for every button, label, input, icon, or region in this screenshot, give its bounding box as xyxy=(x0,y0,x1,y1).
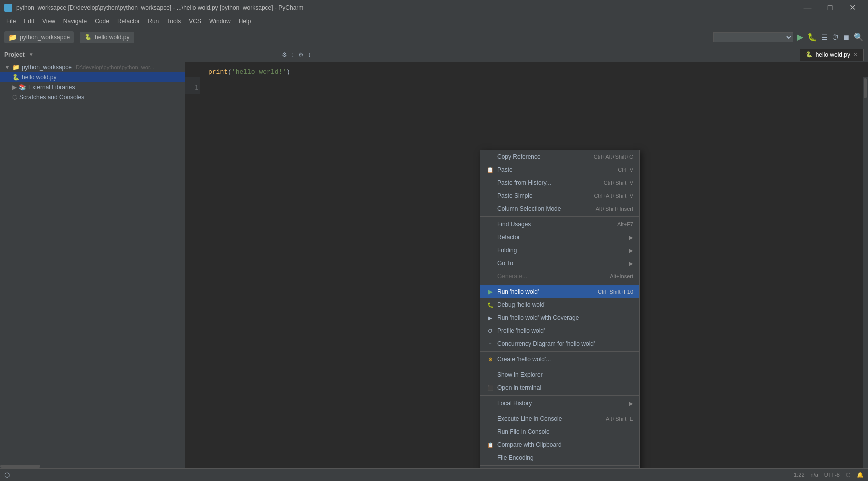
ctx-paste-simple-label: Paste Simple xyxy=(497,192,591,199)
status-icon-git[interactable]: ⬡ xyxy=(4,471,10,479)
editor-v-scrollbar[interactable] xyxy=(863,77,868,468)
debug-icon: 🐛 xyxy=(486,301,494,309)
tree-scratches[interactable]: ⬡ Scratches and Consoles xyxy=(0,92,185,102)
ctx-coverage-label: Run 'hello wold' with Coverage xyxy=(497,314,633,321)
ctx-execute-label: Execute Line in Console xyxy=(497,415,603,422)
close-button[interactable]: ✕ xyxy=(841,0,864,15)
editor-tab-active[interactable]: 🐍 hello wold.py ✕ xyxy=(800,49,864,61)
ctx-create-hello-wold[interactable]: ⚙ Create 'hello wold'... xyxy=(480,353,639,366)
maximize-button[interactable]: □ xyxy=(819,0,841,15)
coverage-button[interactable]: ☰ xyxy=(821,33,828,41)
ctx-debug-label: Debug 'hello wold' xyxy=(497,301,633,308)
ctx-paste-shortcut: Ctrl+V xyxy=(618,167,633,173)
ctx-go-to[interactable]: Go To ▶ xyxy=(480,257,639,270)
ctx-copy-reference[interactable]: Copy Reference Ctrl+Alt+Shift+C xyxy=(480,150,639,163)
ctx-folding[interactable]: Folding ▶ xyxy=(480,244,639,257)
menu-run[interactable]: Run xyxy=(144,17,163,26)
paste-simple-icon xyxy=(486,192,494,200)
ctx-debug-hello-wold[interactable]: 🐛 Debug 'hello wold' xyxy=(480,298,639,311)
window-title: python_worksapce [D:\develop\python\pyth… xyxy=(16,4,796,11)
expand-arrow-icon: ▶ xyxy=(12,84,17,91)
ctx-concurrency-label: Concurrency Diagram for 'hello wold' xyxy=(497,340,633,347)
library-icon: 📚 xyxy=(19,84,26,91)
settings-icon[interactable]: ⚙ xyxy=(282,51,287,58)
minimize-button[interactable]: — xyxy=(796,0,819,15)
ctx-concurrency-diagram[interactable]: ≡ Concurrency Diagram for 'hello wold' xyxy=(480,337,639,350)
active-tab-label: hello wold.py xyxy=(816,51,850,58)
file-name-label: hello wold.py xyxy=(22,74,56,81)
tab-close-icon[interactable]: ✕ xyxy=(853,52,857,57)
menu-help[interactable]: Help xyxy=(235,17,255,26)
ctx-show-in-explorer[interactable]: Show in Explorer xyxy=(480,368,639,381)
cursor-position[interactable]: 1:22 xyxy=(794,472,804,478)
gear2-icon[interactable]: ⚙ xyxy=(298,51,304,58)
project-icon: 📁 xyxy=(8,33,17,41)
profile-button[interactable]: ⏱ xyxy=(832,33,839,41)
ctx-paste[interactable]: 📋 Paste Ctrl+V xyxy=(480,163,639,176)
encoding-icon xyxy=(486,454,494,462)
stop-button[interactable]: ⏹ xyxy=(843,33,850,41)
ctx-profile[interactable]: ⏱ Profile 'hello wold' xyxy=(480,324,639,337)
refactor-icon xyxy=(486,233,494,241)
ctx-diagrams[interactable]: ⊞ Diagrams ▶ xyxy=(480,467,639,468)
search-button[interactable]: 🔍 xyxy=(854,32,864,42)
tree-root[interactable]: ▼ 📁 python_worksapce D:\develop\python\p… xyxy=(0,62,185,72)
debug-button[interactable]: 🐛 xyxy=(807,32,817,42)
ctx-sep-4 xyxy=(480,367,639,367)
tree-file-hello-wold[interactable]: 🐍 hello wold.py xyxy=(0,72,185,82)
ctx-run-coverage[interactable]: ▶ Run 'hello wold' with Coverage xyxy=(480,311,639,324)
ctx-find-usages[interactable]: Find Usages Alt+F7 xyxy=(480,218,639,231)
paste-history-icon xyxy=(486,179,494,187)
ctx-terminal-label: Open in terminal xyxy=(497,384,633,391)
project-path-label: D:\develop\python\python_wor... xyxy=(76,64,154,70)
ctx-show-explorer-label: Show in Explorer xyxy=(497,371,633,378)
dropdown-arrow-icon[interactable]: ▼ xyxy=(29,52,34,57)
create-icon: ⚙ xyxy=(486,355,494,363)
file-encoding[interactable]: UTF-8 xyxy=(824,472,840,478)
collapse-icon[interactable]: ↕ xyxy=(308,51,311,58)
menu-navigate[interactable]: Navigate xyxy=(59,17,91,26)
run-config-dropdown[interactable] xyxy=(713,32,793,42)
menu-vcs[interactable]: VCS xyxy=(185,17,205,26)
ctx-execute-line[interactable]: Execute Line in Console Alt+Shift+E xyxy=(480,412,639,425)
ctx-local-history[interactable]: Local History ▶ xyxy=(480,397,639,410)
ctx-open-terminal[interactable]: ⬛ Open in terminal xyxy=(480,381,639,394)
run-button[interactable]: ▶ xyxy=(797,32,803,42)
ctx-generate[interactable]: Generate... Alt+Insert xyxy=(480,270,639,283)
line-ending[interactable]: n/a xyxy=(811,472,818,478)
ctx-run-hello-wold[interactable]: ▶ Run 'hello wold' Ctrl+Shift+F10 xyxy=(480,285,639,298)
ctx-file-encoding[interactable]: File Encoding xyxy=(480,451,639,464)
menu-file[interactable]: File xyxy=(2,17,20,26)
expand-icon[interactable]: ↕ xyxy=(291,51,294,58)
menu-code[interactable]: Code xyxy=(91,17,113,26)
ctx-generate-shortcut: Alt+Insert xyxy=(610,273,633,279)
terminal-icon: ⬛ xyxy=(486,384,494,392)
ctx-compare-label: Compare with Clipboard xyxy=(497,441,633,448)
code-line-1: print('hello world!') xyxy=(208,67,860,78)
sidebar-h-scrollbar[interactable] xyxy=(0,464,185,468)
ctx-sep-5 xyxy=(480,395,639,396)
project-tab[interactable]: 📁 python_worksapce xyxy=(4,31,74,43)
menu-tools[interactable]: Tools xyxy=(163,17,185,26)
menu-view[interactable]: View xyxy=(38,17,59,26)
notifications-icon[interactable]: 🔔 xyxy=(857,472,864,478)
project-label: Project xyxy=(4,51,25,58)
indent-icon[interactable]: ⬡ xyxy=(846,472,851,478)
file-icon: 🐍 xyxy=(85,34,92,40)
ctx-paste-history[interactable]: Paste from History... Ctrl+Shift+V xyxy=(480,176,639,189)
ctx-refactor[interactable]: Refactor ▶ xyxy=(480,231,639,244)
file-tab[interactable]: 🐍 hello wold.py xyxy=(80,32,134,43)
tree-external-libraries[interactable]: ▶ 📚 External Libraries xyxy=(0,82,185,92)
menu-refactor[interactable]: Refactor xyxy=(113,17,144,26)
ctx-run-file-console[interactable]: Run File in Console xyxy=(480,425,639,438)
editor-content[interactable]: print('hello world!') xyxy=(185,62,868,83)
compare-icon: 📋 xyxy=(486,441,494,449)
ctx-paste-simple[interactable]: Paste Simple Ctrl+Alt+Shift+V xyxy=(480,189,639,202)
ctx-column-selection[interactable]: Column Selection Mode Alt+Shift+Insert xyxy=(480,202,639,215)
ctx-compare-clipboard[interactable]: 📋 Compare with Clipboard xyxy=(480,438,639,451)
menu-window[interactable]: Window xyxy=(205,17,235,26)
menu-edit[interactable]: Edit xyxy=(20,17,38,26)
find-usages-icon xyxy=(486,220,494,228)
ctx-find-usages-label: Find Usages xyxy=(497,221,614,228)
project-name-label: python_worksapce xyxy=(22,64,72,71)
